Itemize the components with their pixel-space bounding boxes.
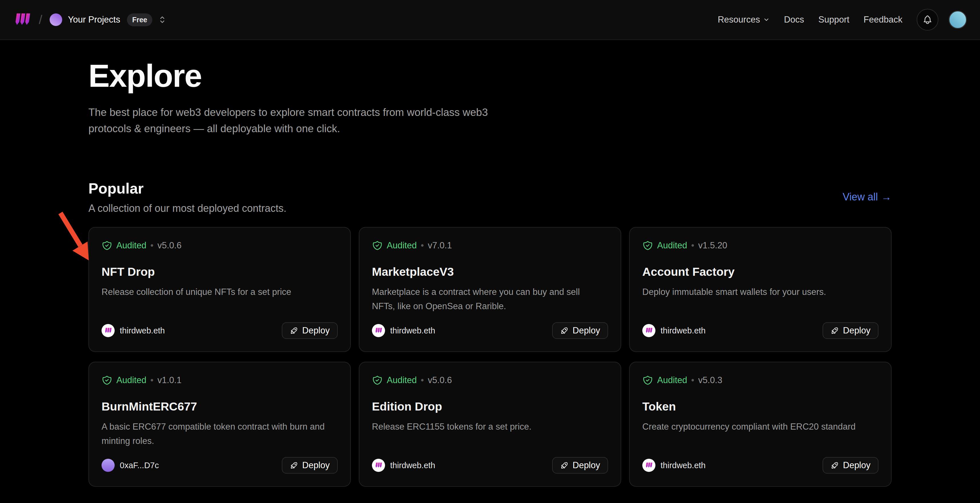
rocket-icon [560, 326, 569, 335]
contract-title: Edition Drop [372, 400, 608, 414]
dot-separator: • [421, 240, 424, 251]
card-footer: 0xaF...D7c Deploy [102, 457, 338, 474]
audited-badge: Audited [387, 375, 417, 385]
main-content: Explore The best place for web3 develope… [88, 40, 892, 487]
contract-description: Marketplace is a contract where you can … [372, 285, 608, 313]
contract-title: Token [642, 400, 878, 414]
nav-link-resources[interactable]: Resources [718, 14, 770, 25]
publisher-avatar-gradient [102, 459, 115, 472]
nav-link-feedback[interactable]: Feedback [864, 14, 902, 25]
card-footer: thirdweb.eth Deploy [642, 322, 878, 339]
shield-check-icon [642, 375, 653, 386]
shield-check-icon [372, 375, 383, 386]
rocket-icon [290, 461, 298, 469]
audited-badge: Audited [116, 240, 146, 251]
publisher-name: thirdweb.eth [390, 461, 435, 470]
nav-link-docs[interactable]: Docs [784, 14, 804, 25]
publisher-avatar-thirdweb [642, 324, 655, 337]
publisher-name: thirdweb.eth [660, 326, 706, 335]
audited-badge: Audited [116, 375, 146, 385]
version-label: v1.5.20 [698, 240, 727, 251]
plan-badge: Free [127, 13, 152, 26]
project-switcher[interactable]: Your Projects Free [49, 13, 167, 26]
popular-title: Popular [88, 180, 286, 197]
version-label: v1.0.1 [158, 375, 181, 385]
publisher-link[interactable]: thirdweb.eth [372, 459, 435, 472]
badge-row: Audited • v5.0.6 [102, 240, 338, 251]
shield-check-icon [372, 240, 383, 251]
deploy-button[interactable]: Deploy [552, 322, 608, 339]
chevron-up-down-icon[interactable] [158, 15, 167, 24]
publisher-link[interactable]: thirdweb.eth [102, 324, 165, 337]
deploy-button[interactable]: Deploy [822, 322, 879, 339]
version-label: v5.0.6 [158, 240, 181, 251]
chevron-down-icon [763, 16, 770, 23]
contract-card-marketplacev3[interactable]: Audited • v7.0.1 MarketplaceV3 Marketpla… [359, 227, 621, 352]
deploy-button[interactable]: Deploy [282, 322, 338, 339]
popular-section-header: Popular A collection of our most deploye… [88, 180, 892, 214]
project-avatar [49, 13, 62, 26]
page-title: Explore [88, 57, 892, 94]
publisher-name: thirdweb.eth [390, 326, 435, 335]
rocket-icon [560, 461, 569, 469]
audited-badge: Audited [657, 375, 687, 385]
contract-description: Release ERC1155 tokens for a set price. [372, 420, 608, 434]
publisher-link[interactable]: 0xaF...D7c [102, 459, 159, 472]
publisher-link[interactable]: thirdweb.eth [372, 324, 435, 337]
badge-row: Audited • v5.0.3 [642, 375, 878, 386]
contract-description: Create cryptocurrency compliant with ERC… [642, 420, 878, 434]
contract-title: Account Factory [642, 265, 878, 279]
user-avatar[interactable] [949, 11, 967, 29]
contract-description: Deploy immutable smart wallets for your … [642, 285, 878, 299]
publisher-name: 0xaF...D7c [120, 461, 159, 470]
contract-card-token[interactable]: Audited • v5.0.3 Token Create cryptocurr… [629, 362, 892, 487]
project-name: Your Projects [68, 14, 120, 25]
contract-card-nft-drop[interactable]: Audited • v5.0.6 NFT Drop Release collec… [88, 227, 351, 352]
contract-card-burnminterc677[interactable]: Audited • v1.0.1 BurnMintERC677 A basic … [88, 362, 351, 487]
dot-separator: • [691, 240, 694, 251]
contract-title: NFT Drop [102, 265, 338, 279]
badge-row: Audited • v1.0.1 [102, 375, 338, 386]
nav-link-label: Resources [718, 14, 760, 25]
deploy-button[interactable]: Deploy [822, 457, 879, 474]
publisher-avatar-thirdweb [372, 459, 385, 472]
publisher-link[interactable]: thirdweb.eth [642, 324, 706, 337]
badge-row: Audited • v5.0.6 [372, 375, 608, 386]
publisher-name: thirdweb.eth [660, 461, 706, 470]
view-all-link[interactable]: View all → [843, 191, 892, 203]
contract-card-account-factory[interactable]: Audited • v1.5.20 Account Factory Deploy… [629, 227, 892, 352]
rocket-icon [290, 326, 298, 335]
card-footer: thirdweb.eth Deploy [102, 322, 338, 339]
dot-separator: • [150, 375, 153, 385]
deploy-label: Deploy [573, 460, 600, 471]
version-label: v5.0.3 [698, 375, 722, 385]
notifications-button[interactable] [917, 9, 939, 30]
badge-row: Audited • v7.0.1 [372, 240, 608, 251]
nav-link-support[interactable]: Support [818, 14, 850, 25]
audited-badge: Audited [657, 240, 687, 251]
deploy-button[interactable]: Deploy [282, 457, 338, 474]
contract-card-edition-drop[interactable]: Audited • v5.0.6 Edition Drop Release ER… [359, 362, 621, 487]
version-label: v7.0.1 [428, 240, 452, 251]
publisher-link[interactable]: thirdweb.eth [642, 459, 706, 472]
shield-check-icon [642, 240, 653, 251]
contract-title: BurnMintERC677 [102, 400, 338, 414]
deploy-button[interactable]: Deploy [552, 457, 608, 474]
rocket-icon [830, 326, 839, 335]
popular-header-text: Popular A collection of our most deploye… [88, 180, 286, 214]
version-label: v5.0.6 [428, 375, 452, 385]
contract-title: MarketplaceV3 [372, 265, 608, 279]
deploy-label: Deploy [302, 326, 330, 336]
popular-subtitle: A collection of our most deployed contra… [88, 203, 286, 214]
bell-icon [923, 14, 933, 25]
page-subtitle: The best place for web3 developers to ex… [88, 104, 522, 137]
deploy-label: Deploy [843, 460, 871, 471]
card-footer: thirdweb.eth Deploy [372, 322, 608, 339]
arrow-right-icon: → [881, 191, 892, 203]
nav-left: / Your Projects Free [13, 13, 167, 27]
rocket-icon [830, 461, 839, 469]
thirdweb-logo-icon[interactable] [13, 13, 31, 27]
nav-links: Resources Docs Support Feedback [718, 9, 967, 30]
breadcrumb-separator: / [39, 13, 42, 27]
publisher-avatar-thirdweb [372, 324, 385, 337]
